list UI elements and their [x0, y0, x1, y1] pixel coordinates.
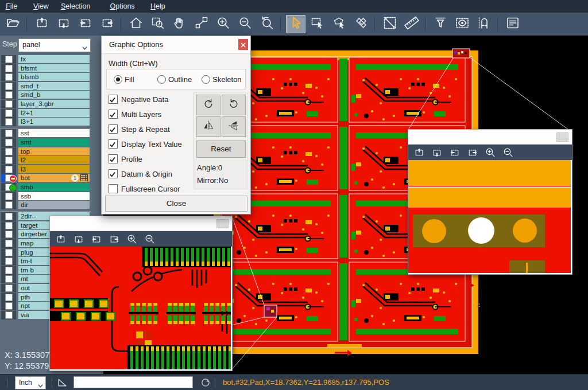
zoom-in-icon[interactable] — [484, 146, 497, 159]
layer-row-smb[interactable]: smb — [18, 183, 90, 191]
dialog-close-button[interactable] — [238, 39, 248, 50]
layer-visibility-checkbox-out[interactable] — [1, 284, 16, 292]
layer-visibility-checkbox-2dir--[interactable] — [1, 212, 16, 221]
layer-visibility-checkbox-l3+1[interactable] — [1, 118, 16, 126]
layer-row-fx[interactable]: fx — [18, 55, 90, 63]
flip-vertical-button[interactable] — [222, 116, 246, 137]
layer-visibility-checkbox-via[interactable] — [1, 311, 16, 319]
filter-button[interactable] — [431, 15, 450, 33]
menu-selection[interactable]: Selection — [61, 0, 90, 13]
layer-row-layer_3.gbr[interactable]: layer_3.gbr — [18, 100, 90, 108]
layer-visibility-checkbox-l3[interactable] — [1, 165, 16, 174]
dialog-titlebar[interactable]: Graphic Options — [102, 36, 250, 54]
select-arrow-button[interactable] — [286, 15, 305, 33]
pan-left-icon[interactable] — [448, 146, 461, 159]
pan-down-button[interactable] — [54, 15, 74, 33]
zoom-in-button[interactable] — [214, 15, 233, 33]
layer-row-ssb[interactable]: ssb — [18, 192, 90, 200]
menu-view[interactable]: View — [33, 0, 49, 13]
layer-visibility-checkbox-tm-t[interactable] — [1, 257, 16, 266]
layer-visibility-checkbox-top[interactable] — [1, 147, 16, 156]
window-button[interactable] — [556, 132, 568, 142]
option-checkbox-step-repeat[interactable] — [109, 124, 118, 134]
layer-visibility-checkbox-sst[interactable] — [1, 129, 16, 138]
ruler-button[interactable] — [402, 15, 421, 33]
layer-visibility-checkbox-tm-b[interactable] — [1, 266, 16, 275]
layer-visibility-checkbox-pth[interactable] — [1, 293, 16, 302]
rotate-ccw-button[interactable] — [222, 95, 246, 115]
step-select[interactable]: panel — [18, 38, 91, 52]
select-rect-button[interactable] — [308, 15, 327, 33]
view-visibility-button[interactable] — [452, 15, 472, 33]
layer-visibility-checkbox-bfsmt[interactable] — [1, 64, 16, 73]
option-checkbox-display-text-value[interactable] — [109, 139, 118, 149]
select-polygon-button[interactable] — [330, 15, 349, 33]
measure-object-button[interactable] — [192, 15, 211, 33]
zoom-in-icon[interactable] — [126, 233, 138, 245]
magnifier-window-left[interactable] — [49, 216, 233, 371]
layer-row-l3+1[interactable]: l3+1 — [18, 118, 90, 126]
layer-visibility-checkbox-mt[interactable] — [1, 275, 16, 283]
magnifier-titlebar[interactable] — [50, 216, 232, 231]
zoom-out-icon[interactable] — [144, 233, 156, 245]
option-checkbox-multi-layers[interactable] — [109, 110, 118, 119]
layer-row-bfsmt[interactable]: bfsmt — [18, 64, 90, 72]
pan-down-icon[interactable] — [431, 146, 443, 159]
rotate-cw-button[interactable] — [196, 95, 220, 115]
layer-visibility-checkbox-layer_3.gbr[interactable] — [1, 100, 16, 108]
reset-button[interactable]: Reset — [196, 141, 246, 158]
menu-options[interactable]: Options — [110, 0, 135, 13]
layer-row-smd_b[interactable]: smd_b — [18, 91, 90, 99]
layer-row-l3[interactable]: l3 — [18, 165, 90, 173]
option-checkbox-fullscreen-cursor[interactable] — [109, 184, 118, 193]
layer-row-sst[interactable]: sst — [18, 129, 90, 137]
layer-visibility-checkbox-npt[interactable] — [1, 302, 16, 310]
width-radio-fill[interactable] — [114, 75, 122, 84]
flip-horizontal-button[interactable] — [196, 116, 220, 137]
option-checkbox-negative-data[interactable] — [109, 95, 118, 104]
zoom-previous-button[interactable] — [257, 15, 277, 33]
layer-row-top[interactable]: top — [18, 147, 90, 155]
width-radio-skeleton[interactable] — [202, 75, 210, 84]
layer-row-dir[interactable]: dir — [18, 201, 90, 209]
zoom-out-icon[interactable] — [502, 146, 514, 159]
width-radio-outline[interactable] — [157, 75, 166, 84]
layer-row-l2[interactable]: l2 — [18, 156, 90, 164]
zoom-window-button[interactable] — [148, 15, 168, 33]
layer-visibility-checkbox-dir[interactable] — [1, 201, 16, 209]
pan-up-icon[interactable] — [413, 146, 425, 159]
magnifier-window-right[interactable] — [408, 129, 572, 275]
measure-diagonal-button[interactable] — [380, 15, 400, 33]
open-folder-button[interactable] — [3, 15, 23, 33]
layer-visibility-checkbox-target[interactable] — [1, 221, 16, 230]
refresh-icon[interactable] — [200, 377, 211, 390]
unit-select[interactable]: Inch — [15, 376, 46, 389]
dialog-close-action-button[interactable]: Close — [105, 196, 247, 212]
layer-visibility-checkbox-map[interactable] — [1, 239, 16, 248]
layer-visibility-checkbox-dirgerber[interactable] — [1, 230, 16, 239]
pan-up-icon[interactable] — [55, 233, 67, 245]
menu-file[interactable]: File — [6, 0, 17, 13]
magnifier-view[interactable] — [408, 160, 571, 273]
layer-visibility-checkbox-smt[interactable] — [1, 138, 16, 147]
layer-row-l2+1[interactable]: l2+1 — [18, 109, 90, 117]
pan-left-button[interactable] — [76, 15, 95, 33]
layer-row-smd_t[interactable]: smd_t — [18, 82, 90, 90]
window-button[interactable] — [216, 219, 229, 228]
magnifier-view[interactable] — [50, 247, 231, 369]
magnifier-titlebar[interactable] — [408, 130, 572, 145]
snap-button[interactable] — [474, 15, 494, 33]
pan-left-icon[interactable] — [90, 233, 103, 245]
pan-right-button[interactable] — [98, 15, 117, 33]
layer-visibility-checkbox-ssb[interactable] — [1, 192, 16, 201]
command-input[interactable] — [74, 376, 193, 388]
layer-visibility-checkbox-plug[interactable] — [1, 248, 16, 257]
layer-row-bfsmb[interactable]: bfsmb — [18, 73, 90, 81]
option-checkbox-profile[interactable] — [109, 154, 118, 163]
pan-up-button[interactable] — [32, 15, 52, 33]
menu-help[interactable]: Help — [150, 0, 165, 13]
pan-right-icon[interactable] — [108, 233, 121, 245]
home-view-button[interactable] — [126, 15, 146, 33]
layer-row-smt[interactable]: smt — [18, 138, 90, 146]
pan-hand-button[interactable] — [170, 15, 189, 33]
